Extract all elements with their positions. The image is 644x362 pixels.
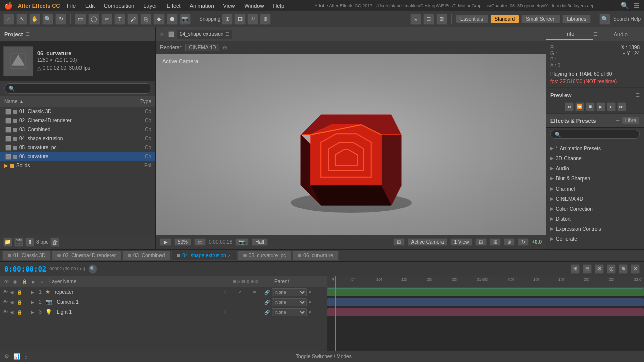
timeline-playhead[interactable]	[335, 276, 336, 351]
preview-last-btn[interactable]: ⏭	[617, 102, 626, 111]
layer-solo-1[interactable]: ◉	[9, 290, 15, 295]
preview-stop-btn[interactable]: ⏹	[586, 102, 595, 111]
comp-resolution-btn[interactable]: ▭	[194, 238, 206, 246]
list-item[interactable]: 02_Cinema4D renderer Co	[0, 116, 155, 125]
comp-extra-btn-2[interactable]: ⊞	[490, 238, 501, 246]
layer-solo-3[interactable]: ◉	[9, 310, 15, 315]
search-help-btn[interactable]: 🔍	[599, 14, 610, 25]
effects-library-btn[interactable]: Libra	[622, 117, 640, 124]
toolbar-panel-btn[interactable]: ⊟	[423, 14, 434, 25]
snap-extra-2-btn[interactable]: ⊛	[260, 14, 271, 25]
timeline-tracks-area[interactable]: ▼ 5f 10f 15f 20f 25f 01:00f 05f 10f 15f …	[327, 276, 644, 351]
snap-options-btn[interactable]: ⊞	[234, 14, 246, 25]
timeline-toggle-label[interactable]: Toggle Switches / Modes	[296, 354, 352, 359]
preview-menu-icon[interactable]: ☰	[636, 93, 640, 98]
tl-tab-6[interactable]: 06_curvature	[292, 251, 338, 261]
list-item[interactable]: 03_Combined Co	[0, 125, 155, 134]
list-item[interactable]: 01_Classic 3D Co	[0, 107, 155, 116]
effect-generate[interactable]: ▶ Generate	[546, 234, 644, 244]
effects-search-box[interactable]: 🔍	[550, 130, 640, 139]
comp-preview-btn[interactable]: ▶	[160, 238, 171, 246]
effect-distort[interactable]: ▶ Distort	[546, 214, 644, 224]
tl-tab-5[interactable]: 05_curvature_pc	[237, 251, 292, 261]
menu-layer[interactable]: Layer	[139, 2, 162, 10]
comp-extra-btn-4[interactable]: ↻	[518, 238, 529, 246]
timeline-tool-5[interactable]: ⊕	[619, 264, 628, 274]
workspace-expand-btn[interactable]: »	[410, 14, 421, 25]
right-tab-menu-icon[interactable]: ☰	[593, 31, 598, 37]
comp-extra-btn-1[interactable]: ⊟	[475, 238, 487, 246]
audio-tab[interactable]: Audio	[598, 29, 645, 39]
preview-first-btn[interactable]: ⏮	[565, 102, 574, 111]
comp-active-tab[interactable]: 04_shape extrusion ☰	[176, 29, 233, 39]
toolbar-camera-btn[interactable]: 📷	[180, 14, 191, 25]
project-menu-icon[interactable]: ☰	[26, 32, 30, 37]
snap-toggle-btn[interactable]: ⊕	[222, 14, 233, 25]
new-folder-btn[interactable]: 📁	[3, 238, 12, 247]
menu-help[interactable]: Help	[269, 2, 288, 10]
comp-grid-btn[interactable]: ⊞	[393, 238, 405, 246]
tl-tab-3[interactable]: 03_Combined	[122, 251, 170, 261]
effects-menu-icon[interactable]: ☰	[616, 118, 620, 123]
tl-footer-settings-icon[interactable]: ⚙	[4, 353, 9, 360]
preview-ram-btn[interactable]: ⏵	[607, 102, 616, 111]
preview-play-btn[interactable]: ▶	[596, 102, 605, 111]
parent-select-2[interactable]: None	[272, 298, 307, 306]
toolbar-select-btn[interactable]: ↖	[16, 14, 27, 25]
col-name-header[interactable]: Name ▲	[2, 99, 117, 104]
toolbar-home-btn[interactable]: ⌂	[3, 14, 14, 25]
layer-eye-1[interactable]: 👁	[2, 289, 8, 295]
effect-audio[interactable]: ▶ Audio	[546, 163, 644, 173]
timeline-tool-3[interactable]: ⊠	[595, 264, 604, 274]
toolbar-pen-btn[interactable]: ✏	[101, 14, 112, 25]
timeline-search-btn[interactable]: 🔍	[88, 264, 97, 274]
layer-expand-2[interactable]: ▶	[29, 300, 35, 305]
toolbar-mask-rect-btn[interactable]: ▭	[75, 14, 86, 25]
toolbar-stamp-btn[interactable]: ⎘	[140, 14, 151, 25]
toolbar-shape-btn[interactable]: ⬟	[167, 14, 178, 25]
sw-3d-1[interactable]: ⊞	[223, 289, 229, 295]
timeline-tool-6[interactable]: ⧖	[631, 264, 640, 274]
effect-blur-sharpen[interactable]: ▶ Blur & Sharpen	[546, 173, 644, 184]
comp-view-count-btn[interactable]: 1 View	[450, 238, 472, 246]
menu-composition[interactable]: Composition	[100, 2, 138, 10]
workspace-libraries-btn[interactable]: Libraries	[562, 15, 591, 23]
tl-tab-2[interactable]: 02_Cinema4D renderer	[52, 251, 121, 261]
toolbar-brush-btn[interactable]: 🖌	[127, 14, 138, 25]
new-comp-btn[interactable]: 🎬	[14, 238, 23, 247]
tl-tab-4[interactable]: 04_shape extrusion ×	[171, 251, 236, 261]
comp-tab-menu-icon[interactable]: ☰	[225, 32, 229, 37]
tl-footer-graph-icon[interactable]: 📊	[13, 353, 20, 360]
layer-row-2[interactable]: 👁 ◉ 🔒 ▶ 2 📷 Camera 1 🔗 None ▾	[0, 297, 327, 307]
workspace-essentials-btn[interactable]: Essentials	[456, 15, 488, 23]
menu-file[interactable]: File	[63, 2, 80, 10]
comp-extra-btn-3[interactable]: ⊛	[504, 238, 515, 246]
list-item[interactable]: 05_curvature_pc Co	[0, 143, 155, 152]
menu-animation[interactable]: Animation	[186, 2, 218, 10]
comp-close-x[interactable]: ×	[158, 30, 166, 38]
layer-eye-2[interactable]: 👁	[2, 299, 8, 305]
tl-close-icon-4[interactable]: ×	[228, 253, 231, 258]
layer-lock-3[interactable]: 🔒	[16, 310, 22, 315]
comp-camera-view-btn[interactable]: Active Camera	[408, 238, 448, 246]
timeline-tool-1[interactable]: ⊞	[571, 264, 580, 274]
layer-row-3[interactable]: 👁 ◉ 🔒 ▶ 3 💡 Light 1 ⊞ 🔗 None ▾	[0, 307, 327, 317]
sw-extra-1[interactable]: ⊕	[251, 289, 257, 295]
parent-select-1[interactable]: None	[272, 288, 307, 296]
toolbar-mask-ellipse-btn[interactable]: ◯	[88, 14, 99, 25]
comp-quality-btn[interactable]: Half	[252, 238, 268, 246]
comp-viewport[interactable]: Active Camera	[156, 54, 546, 235]
menu-effect[interactable]: Effect	[163, 2, 185, 10]
effect-color-correction[interactable]: ▶ Color Correction	[546, 204, 644, 214]
layer-lock-1[interactable]: 🔒	[16, 290, 22, 295]
effect-cinema4d[interactable]: ▶ CINEMA 4D	[546, 194, 644, 204]
toolbar-panel-2-btn[interactable]: ⊠	[436, 14, 447, 25]
tl-tab-1[interactable]: 01_Classic 3D	[2, 251, 51, 261]
delete-btn[interactable]: 🗑	[50, 238, 59, 247]
menu-edit[interactable]: Edit	[81, 2, 99, 10]
menu-window[interactable]: Window	[240, 2, 268, 10]
info-tab[interactable]: Info	[546, 29, 593, 40]
project-search-box[interactable]: 🔍	[4, 83, 151, 94]
effect-expression-controls[interactable]: ▶ Expression Controls	[546, 224, 644, 234]
list-item[interactable]: ▶ Solids Fol	[0, 161, 155, 170]
